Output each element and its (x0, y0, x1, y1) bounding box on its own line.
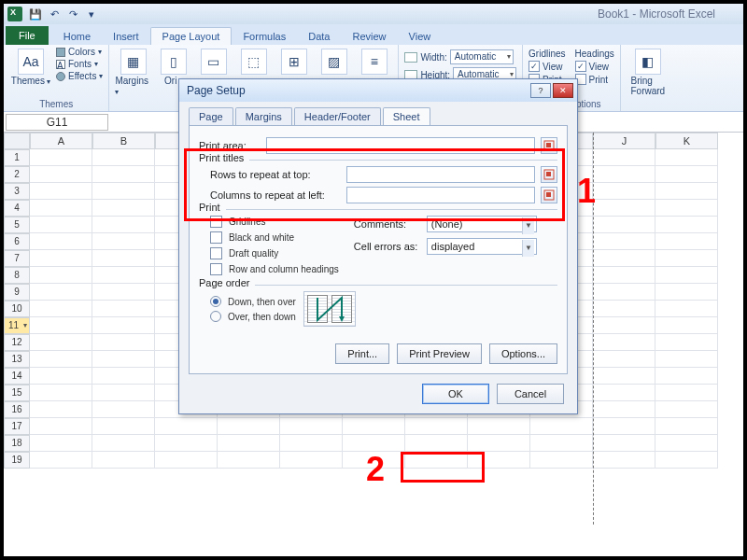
cell[interactable] (30, 351, 92, 368)
cell[interactable] (593, 250, 655, 267)
row-header-11[interactable]: 11 (4, 317, 30, 334)
cell[interactable] (30, 401, 92, 418)
cell[interactable] (405, 452, 468, 469)
row-header-18[interactable]: 18 (4, 435, 30, 452)
dialog-tab-header-footer[interactable]: Header/Footer (294, 107, 381, 125)
cell[interactable] (593, 418, 655, 435)
cell[interactable] (593, 183, 655, 200)
cell[interactable] (30, 217, 92, 233)
cellerrors-select[interactable]: displayed (427, 238, 537, 255)
row-header-19[interactable]: 19 (4, 452, 30, 469)
row-header-8[interactable]: 8 (4, 267, 30, 284)
qat-customize-button[interactable]: ▾ (83, 6, 100, 22)
cell[interactable] (155, 418, 218, 435)
fonts-button[interactable]: AFonts (56, 59, 103, 69)
tab-data[interactable]: Data (297, 28, 341, 45)
print-titles-button[interactable]: ≡ (356, 47, 392, 76)
colors-button[interactable]: Colors (56, 47, 103, 57)
cell[interactable] (530, 452, 593, 469)
cell[interactable] (30, 301, 92, 317)
cell[interactable] (30, 418, 92, 435)
bw-checkbox[interactable] (210, 231, 222, 244)
width-select[interactable]: Automatic (450, 49, 514, 64)
gridlines-view-checkbox[interactable]: ✓ (529, 61, 540, 72)
row-header-6[interactable]: 6 (4, 233, 30, 250)
column-header-K[interactable]: K (655, 133, 718, 149)
cell[interactable] (655, 385, 718, 401)
cell[interactable] (30, 334, 92, 351)
cols-repeat-input[interactable] (346, 187, 535, 203)
bring-forward-button[interactable]: ◧Bring Forward (627, 47, 669, 96)
cell[interactable] (30, 385, 92, 401)
cell[interactable] (593, 301, 655, 317)
cell[interactable] (593, 217, 655, 233)
row-header-15[interactable]: 15 (4, 385, 30, 401)
cell[interactable] (92, 217, 155, 233)
cell[interactable] (92, 301, 155, 317)
cell[interactable] (593, 351, 655, 368)
cell[interactable] (92, 351, 155, 368)
ok-button[interactable]: OK (422, 384, 489, 404)
cell[interactable] (218, 452, 280, 469)
cell[interactable] (92, 233, 155, 250)
cell[interactable] (593, 200, 655, 217)
cell[interactable] (92, 149, 155, 166)
row-header-2[interactable]: 2 (4, 166, 30, 183)
cell[interactable] (593, 435, 655, 452)
row-header-3[interactable]: 3 (4, 183, 30, 200)
cell[interactable] (655, 183, 718, 200)
cell[interactable] (405, 435, 468, 452)
rowcol-checkbox[interactable] (210, 263, 222, 275)
row-header-1[interactable]: 1 (4, 149, 30, 166)
cell[interactable] (655, 284, 718, 301)
cell[interactable] (655, 368, 718, 385)
column-header-J[interactable]: J (593, 133, 655, 149)
cell[interactable] (30, 452, 92, 469)
cell[interactable] (92, 317, 155, 334)
cell[interactable] (92, 250, 155, 267)
draft-checkbox[interactable] (210, 247, 222, 259)
row-header-13[interactable]: 13 (4, 351, 30, 368)
dialog-tab-margins[interactable]: Margins (235, 107, 292, 125)
row-header-5[interactable]: 5 (4, 217, 30, 233)
row-header-12[interactable]: 12 (4, 334, 30, 351)
column-header-B[interactable]: B (92, 133, 155, 149)
cell[interactable] (30, 149, 92, 166)
cell[interactable] (468, 418, 530, 435)
cell[interactable] (593, 385, 655, 401)
cell[interactable] (280, 452, 343, 469)
row-header-10[interactable]: 10 (4, 301, 30, 317)
cell[interactable] (343, 418, 405, 435)
cell[interactable] (30, 250, 92, 267)
cell[interactable] (92, 334, 155, 351)
themes-button[interactable]: Aa Themes (9, 47, 52, 86)
print-button[interactable]: Print... (335, 343, 389, 364)
cancel-button[interactable]: Cancel (497, 384, 564, 404)
row-header-4[interactable]: 4 (4, 200, 30, 217)
cell[interactable] (655, 200, 718, 217)
cell[interactable] (30, 267, 92, 284)
tab-home[interactable]: Home (52, 28, 102, 45)
breaks-button[interactable]: ⊞ (275, 47, 312, 76)
qat-undo-button[interactable]: ↶ (46, 6, 63, 22)
cell[interactable] (468, 435, 530, 452)
print-area-button[interactable]: ⬚ (235, 47, 272, 76)
cell[interactable] (155, 452, 218, 469)
cell[interactable] (530, 435, 593, 452)
options-button[interactable]: Options... (489, 343, 557, 364)
cell[interactable] (530, 418, 593, 435)
cell[interactable] (593, 233, 655, 250)
cell[interactable] (468, 452, 530, 469)
tab-formulas[interactable]: Formulas (232, 28, 297, 45)
cell[interactable] (218, 435, 280, 452)
cols-repeat-ref-button[interactable] (541, 187, 557, 203)
cell[interactable] (280, 418, 343, 435)
cell[interactable] (593, 267, 655, 284)
cell[interactable] (92, 183, 155, 200)
cell[interactable] (655, 351, 718, 368)
cell[interactable] (655, 233, 718, 250)
gridlines-checkbox[interactable] (210, 216, 222, 228)
cell[interactable] (405, 418, 468, 435)
row-header-14[interactable]: 14 (4, 368, 30, 385)
cell[interactable] (593, 401, 655, 418)
